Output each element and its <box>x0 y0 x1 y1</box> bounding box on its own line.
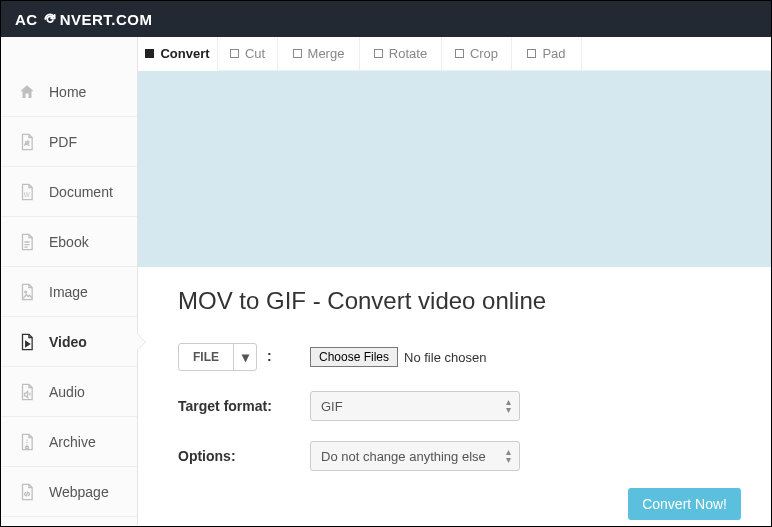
square-icon <box>527 49 536 58</box>
sidebar-item-ebook[interactable]: Ebook <box>1 217 137 267</box>
tab-label: Merge <box>308 46 345 61</box>
audio-file-icon <box>17 382 37 402</box>
tab-pad[interactable]: Pad <box>512 37 582 71</box>
sidebar-item-home[interactable]: Home <box>1 67 137 117</box>
page-title: MOV to GIF - Convert video online <box>178 287 741 315</box>
sidebar-item-label: Image <box>49 284 88 300</box>
tab-merge[interactable]: Merge <box>278 37 360 71</box>
tab-label: Cut <box>245 46 265 61</box>
sidebar-item-label: Ebook <box>49 234 89 250</box>
ad-banner <box>138 71 771 267</box>
svg-rect-2 <box>26 446 29 448</box>
tab-crop[interactable]: Crop <box>442 37 512 71</box>
topbar: AC NVERT.COM <box>1 1 771 37</box>
sidebar-item-image[interactable]: Image <box>1 267 137 317</box>
brand-part1: AC <box>15 11 38 28</box>
image-file-icon <box>17 282 37 302</box>
document-file-icon: W <box>17 182 37 202</box>
target-format-label: Target format: <box>178 398 310 414</box>
sidebar-item-webpage[interactable]: Webpage <box>1 467 137 517</box>
file-source-label: FILE <box>179 344 234 370</box>
sidebar-item-label: PDF <box>49 134 77 150</box>
sidebar-item-audio[interactable]: Audio <box>1 367 137 417</box>
square-icon <box>455 49 464 58</box>
sidebar-item-document[interactable]: W Document <box>1 167 137 217</box>
select-value: GIF <box>321 399 343 414</box>
select-value: Do not change anything else <box>321 449 486 464</box>
webpage-file-icon <box>17 482 37 502</box>
sidebar-item-archive[interactable]: Archive <box>1 417 137 467</box>
options-label: Options: <box>178 448 310 464</box>
square-icon <box>230 49 239 58</box>
no-file-text: No file chosen <box>404 350 486 365</box>
tab-cut[interactable]: Cut <box>218 37 278 71</box>
tab-label: Crop <box>470 46 498 61</box>
updown-icon: ▴▾ <box>506 398 511 414</box>
ebook-file-icon <box>17 232 37 252</box>
sidebar-item-label: Archive <box>49 434 96 450</box>
sidebar-item-label: Document <box>49 184 113 200</box>
square-icon <box>293 49 302 58</box>
home-icon <box>17 82 37 102</box>
sidebar-item-label: Home <box>49 84 86 100</box>
square-icon <box>374 49 383 58</box>
sidebar-item-pdf[interactable]: PDF <box>1 117 137 167</box>
square-icon <box>145 49 154 58</box>
tab-label: Convert <box>160 46 209 61</box>
convert-now-button[interactable]: Convert Now! <box>628 488 741 520</box>
sidebar-item-label: Audio <box>49 384 85 400</box>
archive-file-icon <box>17 432 37 452</box>
svg-text:W: W <box>24 190 31 197</box>
video-file-icon <box>17 332 37 352</box>
file-source-dropdown[interactable]: FILE ▾ <box>178 343 257 371</box>
tab-rotate[interactable]: Rotate <box>360 37 442 71</box>
source-label-cell: FILE ▾ : <box>178 343 310 371</box>
refresh-icon <box>42 11 58 27</box>
sidebar-item-label: Video <box>49 334 87 350</box>
tab-convert[interactable]: Convert <box>138 37 218 71</box>
target-format-select[interactable]: GIF ▴▾ <box>310 391 520 421</box>
sidebar-item-video[interactable]: Video <box>1 317 137 367</box>
choose-files-button[interactable]: Choose Files <box>310 347 398 367</box>
updown-icon: ▴▾ <box>506 448 511 464</box>
caret-down-icon: ▾ <box>234 349 256 365</box>
tab-label: Rotate <box>389 46 427 61</box>
sidebar-item-label: Webpage <box>49 484 109 500</box>
svg-point-1 <box>25 291 27 293</box>
pdf-file-icon <box>17 132 37 152</box>
tabs: Convert Cut Merge Rotate Crop Pad <box>138 37 771 71</box>
colon: : <box>267 348 272 364</box>
sidebar: Home PDF W Document Ebook Image <box>1 37 138 526</box>
brand-part2: NVERT.COM <box>60 11 153 28</box>
options-select[interactable]: Do not change anything else ▴▾ <box>310 441 520 471</box>
tab-label: Pad <box>542 46 565 61</box>
